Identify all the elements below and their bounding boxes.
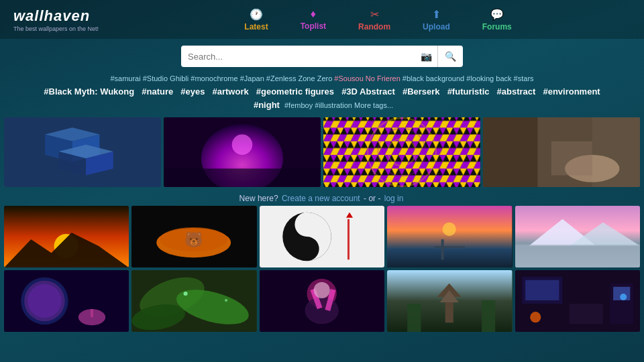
small-tag[interactable]: #Studio Ghibli — [143, 74, 189, 82]
wallpaper-item-11[interactable] — [131, 270, 256, 332]
wallpaper-item-14[interactable] — [515, 270, 640, 332]
logo: wallhaven — [13, 7, 99, 25]
wallpaper-item-1[interactable] — [4, 117, 161, 187]
svg-marker-69 — [482, 300, 495, 332]
new-here-or: - or - — [364, 194, 380, 203]
wallpaper-item-13[interactable] — [387, 270, 512, 332]
small-tag[interactable]: #stars — [514, 74, 534, 82]
search-bar: 📷 🔍 — [181, 46, 463, 67]
wallpaper-item-3[interactable] — [323, 117, 480, 187]
large-tag[interactable]: #abstract — [497, 86, 536, 97]
search-container: 📷 🔍 — [0, 39, 644, 71]
logo-subtitle: The best wallpapers on the Net! — [13, 25, 99, 32]
svg-point-10 — [232, 135, 253, 156]
more-tags-button[interactable]: More tags... — [354, 101, 393, 109]
large-tag[interactable]: #environment — [543, 86, 600, 97]
forums-label: Forums — [482, 22, 512, 32]
svg-rect-38 — [387, 206, 512, 267]
new-here-text: New here? — [239, 194, 278, 203]
latest-label: Latest — [244, 22, 268, 32]
wallpaper-item-8[interactable] — [387, 206, 512, 267]
svg-text:🐻: 🐻 — [184, 231, 203, 249]
tab-forums[interactable]: 💬 Forums — [466, 5, 528, 34]
svg-marker-68 — [407, 304, 421, 332]
new-here-bar: New here? Create a new account - or - lo… — [0, 190, 644, 206]
large-tag[interactable]: #nature — [142, 86, 173, 97]
wallpaper-item-2[interactable] — [164, 117, 321, 187]
svg-point-63 — [313, 282, 329, 298]
svg-rect-73 — [569, 304, 602, 324]
svg-point-56 — [184, 292, 188, 296]
wallpaper-grid-bottom: 🐻 — [0, 206, 644, 335]
tab-random[interactable]: ✂ Random — [342, 5, 407, 34]
tab-upload[interactable]: ⬆ Upload — [407, 5, 466, 34]
create-account-link[interactable]: Create a new account — [282, 194, 360, 203]
small-tag[interactable]: #femboy — [284, 101, 313, 109]
svg-rect-39 — [441, 239, 444, 259]
svg-rect-72 — [525, 280, 559, 300]
svg-point-34 — [301, 219, 312, 230]
header: wallhaven The best wallpapers on the Net… — [0, 0, 644, 39]
large-tag[interactable]: #Black Myth: Wukong — [44, 86, 134, 97]
large-tag[interactable]: #eyes — [180, 86, 205, 97]
wallpaper-item-10[interactable] — [4, 270, 129, 332]
svg-rect-21 — [483, 117, 537, 187]
random-icon: ✂ — [370, 8, 379, 21]
wallpaper-item-6[interactable]: 🐻 — [131, 206, 256, 267]
camera-search-button[interactable]: 📷 — [415, 46, 438, 67]
wallpaper-item-9[interactable] — [515, 206, 640, 267]
svg-point-60 — [305, 297, 338, 324]
tab-toplist[interactable]: ♦ Toplist — [284, 5, 342, 34]
search-button[interactable]: 🔍 — [438, 46, 463, 67]
svg-point-49 — [28, 284, 61, 318]
large-tag[interactable]: #artwork — [212, 86, 248, 97]
toplist-icon: ♦ — [311, 8, 316, 20]
small-tag[interactable]: #monochrome — [191, 74, 237, 82]
svg-rect-36 — [347, 219, 350, 259]
svg-point-76 — [530, 312, 541, 322]
small-tag[interactable]: #illustration — [315, 101, 352, 109]
large-tag[interactable]: #futuristic — [447, 86, 490, 97]
wallpaper-item-5[interactable] — [4, 206, 129, 267]
logo-area: wallhaven The best wallpapers on the Net… — [13, 7, 99, 32]
latest-icon: 🕐 — [250, 8, 263, 21]
svg-point-57 — [225, 299, 227, 302]
svg-rect-67 — [445, 302, 453, 322]
svg-rect-9 — [164, 169, 321, 188]
small-tag[interactable]: #looking back — [466, 74, 511, 82]
svg-rect-45 — [515, 245, 640, 267]
small-tag[interactable]: #black background — [402, 74, 464, 82]
svg-point-77 — [620, 294, 627, 300]
large-tag[interactable]: #3D Abstract — [341, 86, 395, 97]
tags-row: #samurai #Studio Ghibli #monochrome #Jap… — [0, 71, 644, 115]
upload-label: Upload — [423, 22, 450, 32]
svg-rect-24 — [551, 141, 592, 176]
wallpaper-item-12[interactable] — [260, 270, 384, 332]
forums-icon: 💬 — [490, 8, 504, 21]
svg-rect-40 — [435, 246, 465, 248]
medium-tag[interactable]: #night — [254, 100, 280, 110]
svg-point-35 — [301, 243, 312, 254]
svg-point-41 — [443, 223, 456, 236]
large-tag[interactable]: #geometric figures — [256, 86, 334, 97]
wallpaper-item-7[interactable] — [260, 206, 384, 267]
login-link[interactable]: log in — [384, 194, 404, 203]
large-tag[interactable]: #Berserk — [402, 86, 440, 97]
wallpaper-item-4[interactable] — [483, 117, 640, 187]
small-tag[interactable]: #Sousou No Frieren — [334, 74, 400, 82]
small-tag[interactable]: #Japan — [240, 74, 264, 82]
wallpaper-grid-top — [0, 115, 644, 190]
svg-rect-51 — [91, 309, 93, 317]
tab-latest[interactable]: 🕐 Latest — [228, 5, 284, 34]
nav-tabs: 🕐 Latest ♦ Toplist ✂ Random ⬆ Upload 💬 F… — [125, 5, 631, 34]
search-input[interactable] — [181, 52, 415, 62]
small-tag[interactable]: #samurai — [110, 74, 140, 82]
small-tag[interactable]: #Zenless Zone Zero — [266, 74, 332, 82]
upload-icon: ⬆ — [432, 8, 441, 21]
random-label: Random — [358, 22, 390, 32]
toplist-label: Toplist — [301, 21, 326, 31]
